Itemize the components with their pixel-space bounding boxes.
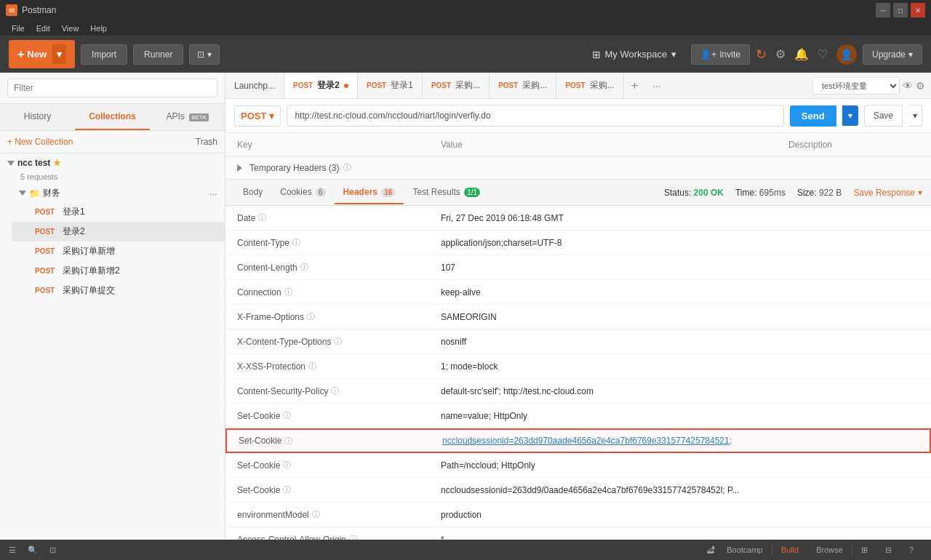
save-dropdown-button[interactable]: ▾ [908, 105, 922, 127]
import-button[interactable]: Import [81, 44, 127, 65]
tab-label-login2: 登录2 [317, 79, 340, 92]
search-input[interactable] [7, 79, 217, 97]
tab-add-button[interactable]: + [624, 79, 645, 92]
resp-tab-cookies[interactable]: Cookies 6 [271, 181, 334, 204]
method-badge-2: POST [35, 228, 58, 236]
tab-purchase1[interactable]: POST 采购... [423, 73, 490, 98]
sidebar-toggle-icon[interactable]: ☰ [9, 545, 16, 555]
sidebar-tab-apis[interactable]: APIs BETA [150, 104, 225, 130]
status-label: Status: 200 OK [664, 188, 724, 198]
send-dropdown-button[interactable]: ▾ [842, 105, 858, 126]
settings-icon[interactable]: ⚙ [775, 47, 786, 61]
build-button[interactable]: Build [772, 540, 807, 560]
intercept-button[interactable]: ⊡ ▾ [189, 44, 219, 65]
collection-name: ncc test ★ [17, 158, 61, 168]
request-name-5: 采购订单提交 [63, 284, 115, 297]
sidebar-tab-collections[interactable]: Collections [75, 104, 150, 130]
heart-icon[interactable]: ♡ [818, 47, 828, 61]
tab-label-purchase1: 采购... [455, 79, 480, 92]
sidebar-actions: + New Collection Trash [0, 131, 225, 153]
eye-icon[interactable]: 👁 [903, 80, 913, 92]
new-dropdown-arrow[interactable]: ▾ [52, 44, 66, 64]
tab-purchase3[interactable]: POST 采购... [556, 73, 623, 98]
info-icon-ct: ⓘ [292, 237, 300, 248]
avatar[interactable]: 👤 [836, 44, 857, 65]
request-item-4[interactable]: POST 采购订单新增2 [12, 261, 225, 281]
tab-login1[interactable]: POST 登录1 [358, 73, 423, 98]
menu-view[interactable]: View [56, 20, 85, 36]
menu-help[interactable]: Help [84, 20, 113, 36]
close-button[interactable]: ✕ [911, 3, 925, 17]
request-item-2[interactable]: POST 登录2 [12, 222, 225, 241]
search-status-icon[interactable]: 🔍 [28, 545, 38, 555]
temp-headers-info-icon: ⓘ [343, 162, 351, 173]
maximize-button[interactable]: □ [893, 3, 908, 17]
request-item-5[interactable]: POST 采购订单提交 [12, 281, 225, 300]
response-tabs: Body Cookies 6 Headers 16 Test Results 1… [225, 180, 931, 206]
save-button[interactable]: Save [864, 105, 903, 127]
runner-button[interactable]: Runner [133, 44, 183, 65]
header-key-env-model: environmentModel ⓘ [237, 509, 441, 520]
temp-headers-toggle[interactable]: Temporary Headers (3) ⓘ [237, 162, 919, 173]
header-row-content-type: Content-Type ⓘ application/json;charset=… [225, 231, 931, 255]
header-key-x-content-type: X-Content-Type-Options ⓘ [237, 336, 441, 347]
sidebar-tab-history[interactable]: History [0, 104, 75, 130]
time-label: Time: 695ms [735, 188, 786, 198]
request-item-3[interactable]: POST 采购订单新增 [12, 241, 225, 261]
beta-badge: BETA [189, 113, 208, 121]
collection-header[interactable]: ncc test ★ [0, 153, 225, 172]
minimize-button[interactable]: ─ [876, 3, 890, 17]
invite-button[interactable]: 👤+ Invite [691, 44, 750, 65]
url-input[interactable] [287, 105, 783, 127]
resp-tab-body[interactable]: Body [234, 181, 271, 204]
save-response-button[interactable]: Save Response ▾ [853, 188, 922, 198]
request-name-3: 采购订单新增 [63, 245, 115, 257]
headers-count: 16 [381, 188, 395, 197]
settings-env-icon[interactable]: ⚙ [916, 80, 925, 92]
header-row-env-model: environmentModel ⓘ production [225, 503, 931, 527]
plus-icon: + [17, 48, 24, 61]
new-collection-button[interactable]: + New Collection [7, 137, 73, 147]
resp-tab-test-results[interactable]: Test Results 1/1 [404, 181, 489, 204]
panel-button[interactable]: ⊟ [876, 540, 900, 560]
star-icon: ★ [53, 158, 61, 168]
info-icon-sc2: ⓘ [284, 436, 292, 447]
bootcamp-button[interactable]: Bootcamp [718, 540, 772, 560]
browse-button[interactable]: Browse [807, 540, 852, 560]
header-value-set-cookie-1: name=value; HttpOnly [441, 411, 919, 421]
layout-icon[interactable]: ⊡ [49, 545, 56, 555]
workspace-button[interactable]: ⊞ My Workspace ▾ [583, 44, 686, 65]
menu-file[interactable]: File [6, 20, 31, 36]
titlebar: Postman ─ □ ✕ [0, 0, 931, 20]
folder-header[interactable]: 📁 财务 ··· [12, 184, 225, 202]
folder-more-icon[interactable]: ··· [209, 188, 217, 199]
method-select[interactable]: POST ▾ [234, 105, 281, 127]
trash-button[interactable]: Trash [196, 137, 217, 147]
layout-toggle-button[interactable]: ⊞ [852, 540, 876, 560]
info-icon-sc1: ⓘ [283, 410, 291, 421]
request-item-1[interactable]: POST 登录1 [12, 202, 225, 222]
tab-launchpad[interactable]: Launchp... [225, 73, 284, 98]
menu-edit[interactable]: Edit [31, 20, 56, 36]
header-column-labels: Key Value Description [225, 133, 931, 156]
header-value-x-frame: SAMEORIGIN [441, 312, 919, 322]
sync-icon[interactable]: ↻ [756, 47, 767, 63]
header-value-x-content-type: nosniff [441, 337, 919, 347]
new-button[interactable]: + New ▾ [9, 40, 75, 68]
tab-purchase2[interactable]: POST 采购... [490, 73, 556, 98]
upgrade-button[interactable]: Upgrade ▾ [863, 44, 922, 65]
header-row-x-xss: X-XSS-Protection ⓘ 1; mode=block [225, 354, 931, 379]
header-row-x-frame: X-Frame-Options ⓘ SAMEORIGIN [225, 305, 931, 329]
env-select[interactable]: test环境变量 [812, 77, 900, 95]
resp-tab-headers[interactable]: Headers 16 [335, 181, 404, 204]
main-layout: History Collections APIs BETA + New Coll… [0, 73, 931, 540]
notification-icon[interactable]: 🔔 [794, 47, 809, 61]
help-button[interactable]: ? [900, 540, 922, 560]
tab-more-button[interactable]: ··· [645, 80, 668, 92]
window-controls: ─ □ ✕ [876, 3, 925, 17]
header-row-set-cookie-2-highlighted: Set-Cookie ⓘ nccloudsessionid=263dd970aa… [225, 428, 931, 453]
header-value-env-model: production [441, 510, 919, 520]
send-button[interactable]: Send [790, 105, 836, 127]
tab-login2[interactable]: POST 登录2 [284, 73, 358, 98]
header-key-date: Date ⓘ [237, 212, 441, 223]
